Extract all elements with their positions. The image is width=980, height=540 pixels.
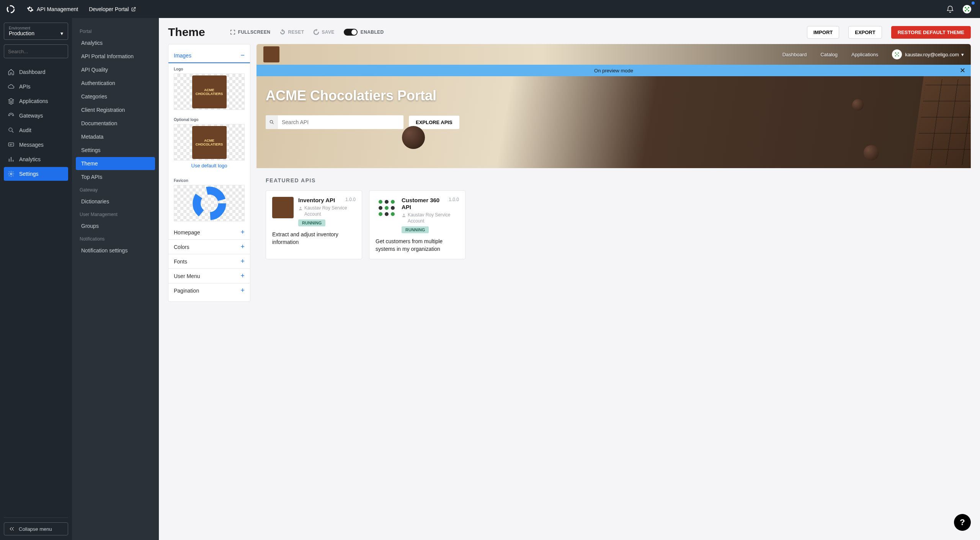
message-icon: [8, 141, 15, 148]
nav-gateways[interactable]: Gateways: [4, 109, 68, 123]
sub-heading-portal: Portal: [76, 26, 155, 36]
help-button[interactable]: ?: [954, 514, 971, 531]
nav-label: Audit: [19, 127, 31, 133]
sub-item-authentication[interactable]: Authentication: [76, 77, 155, 90]
nav-apis[interactable]: APIs: [4, 80, 68, 93]
sub-item-metadata[interactable]: Metadata: [76, 130, 155, 143]
reset-button[interactable]: RESET: [279, 29, 304, 35]
svg-point-3: [968, 7, 969, 8]
nav-messages[interactable]: Messages: [4, 138, 68, 152]
sub-item-categories[interactable]: Categories: [76, 90, 155, 103]
api-version: 1.0.0: [449, 197, 459, 202]
accordion-pagination[interactable]: Pagination+: [168, 283, 250, 298]
nav-analytics[interactable]: Analytics: [4, 152, 68, 166]
preview-search-box[interactable]: [266, 115, 403, 129]
chevron-down-icon: ▾: [60, 30, 63, 36]
sub-item-notification-settings[interactable]: Notification settings: [76, 244, 155, 257]
nav-label: APIs: [19, 83, 31, 90]
preview-banner-text: On preview mode: [594, 68, 633, 74]
accordion-label: Fonts: [174, 259, 187, 265]
gear-icon: [27, 6, 34, 13]
api-card[interactable]: 1.0.0 Inventory API Kaustav Roy Service …: [266, 190, 362, 259]
favicon-preview[interactable]: [174, 185, 245, 221]
acme-logo-icon: ACMECHOCOLATIERS: [192, 126, 227, 159]
sub-item-api-quality[interactable]: API Quality: [76, 63, 155, 76]
preview-search-input[interactable]: [278, 119, 403, 125]
accordion-label: Colors: [174, 244, 189, 250]
preview-nav-catalog[interactable]: Catalog: [820, 52, 838, 57]
api-version: 1.0.0: [345, 197, 356, 202]
use-default-logo-link[interactable]: Use default logo: [174, 160, 245, 171]
plus-icon: +: [240, 257, 245, 265]
save-label: SAVE: [322, 29, 334, 35]
notifications-button[interactable]: [943, 2, 957, 16]
sub-item-documentation[interactable]: Documentation: [76, 117, 155, 130]
import-button[interactable]: IMPORT: [807, 26, 840, 39]
favicon-icon: [190, 184, 229, 223]
sidebar-search-input[interactable]: [8, 49, 72, 54]
sub-item-settings[interactable]: Settings: [76, 144, 155, 157]
close-banner-button[interactable]: ✕: [960, 66, 965, 75]
api-description: Extract and adjust inventory information: [272, 231, 356, 246]
svg-point-16: [897, 54, 898, 55]
api-card[interactable]: 1.0.0 Customer 360 API Kaustav Roy Servi…: [369, 190, 466, 259]
sub-item-top-apis[interactable]: Top APIs: [76, 170, 155, 183]
topbar-developer-portal[interactable]: Developer Portal: [83, 6, 145, 12]
nav-dashboard[interactable]: Dashboard: [4, 65, 68, 79]
sub-item-client-registration[interactable]: Client Registration: [76, 103, 155, 116]
accordion-label: Pagination: [174, 288, 199, 294]
accordion-images[interactable]: Images −: [168, 48, 250, 63]
accordion-user-menu[interactable]: User Menu+: [168, 269, 250, 283]
sub-item-api-portal-info[interactable]: API Portal Information: [76, 50, 155, 63]
nav-label: Applications: [19, 98, 48, 104]
acme-logo-icon: ACMECHOCOLATIERS: [192, 75, 227, 108]
save-button[interactable]: SAVE: [313, 29, 334, 35]
chart-icon: [8, 156, 15, 163]
svg-point-13: [898, 52, 899, 54]
nav-settings[interactable]: Settings: [4, 167, 68, 181]
accordion-fonts[interactable]: Fonts+: [168, 254, 250, 269]
sidebar-search[interactable]: [4, 44, 68, 58]
reset-icon: [279, 29, 286, 35]
sub-item-dictionaries[interactable]: Dictionaries: [76, 195, 155, 208]
featured-heading: FEATURED APIS: [266, 177, 962, 183]
accordion-homepage[interactable]: Homepage+: [168, 225, 250, 240]
accordion-label: User Menu: [174, 273, 200, 279]
collapse-menu-button[interactable]: Collapse menu: [4, 522, 68, 535]
main-header: Theme FULLSCREEN RESET SAVE ENABLED IMPO…: [168, 26, 971, 39]
topbar: API Management Developer Portal: [0, 0, 980, 18]
accordion-colors[interactable]: Colors+: [168, 240, 250, 254]
preview-user-menu[interactable]: kaustav.roy@celigo.com ▾: [892, 49, 964, 59]
export-button[interactable]: EXPORT: [848, 26, 882, 39]
sub-item-analytics[interactable]: Analytics: [76, 36, 155, 49]
api-owner: Kaustav Roy Service Account: [408, 212, 459, 224]
logo-label: Logo: [174, 67, 245, 71]
logo-preview[interactable]: ACMECHOCOLATIERS: [174, 74, 245, 110]
nav-audit[interactable]: Audit: [4, 123, 68, 137]
svg-point-15: [898, 55, 899, 56]
plus-icon: +: [240, 228, 245, 236]
optional-logo-preview[interactable]: ACMECHOCOLATIERS: [174, 124, 245, 160]
topbar-api-management[interactable]: API Management: [21, 6, 83, 13]
page-title: Theme: [168, 26, 205, 39]
cloud-icon: [8, 83, 15, 90]
reset-label: RESET: [288, 29, 304, 35]
sub-sidebar: Portal Analytics API Portal Information …: [72, 18, 159, 540]
environment-selector[interactable]: Environment Production▾: [4, 23, 68, 40]
enabled-toggle[interactable]: ENABLED: [344, 29, 384, 36]
nav-applications[interactable]: Applications: [4, 94, 68, 108]
sub-item-theme[interactable]: Theme: [76, 157, 155, 170]
fullscreen-button[interactable]: FULLSCREEN: [230, 29, 271, 35]
nav-label: Messages: [19, 142, 44, 148]
portal-preview: Dashboard Catalog Applications kaustav.r…: [256, 44, 971, 268]
svg-point-0: [7, 6, 14, 13]
user-avatar-button[interactable]: [960, 2, 974, 16]
toggle-switch[interactable]: [344, 29, 358, 36]
environment-label: Environment: [9, 26, 63, 30]
sidebar: Environment Production▾ Dashboard APIs A…: [0, 18, 72, 540]
sub-item-groups[interactable]: Groups: [76, 219, 155, 232]
preview-nav-applications[interactable]: Applications: [851, 52, 878, 57]
search-icon: [266, 115, 278, 129]
restore-default-button[interactable]: RESTORE DEFAULT THEME: [891, 26, 971, 39]
preview-nav-dashboard[interactable]: Dashboard: [782, 52, 807, 57]
